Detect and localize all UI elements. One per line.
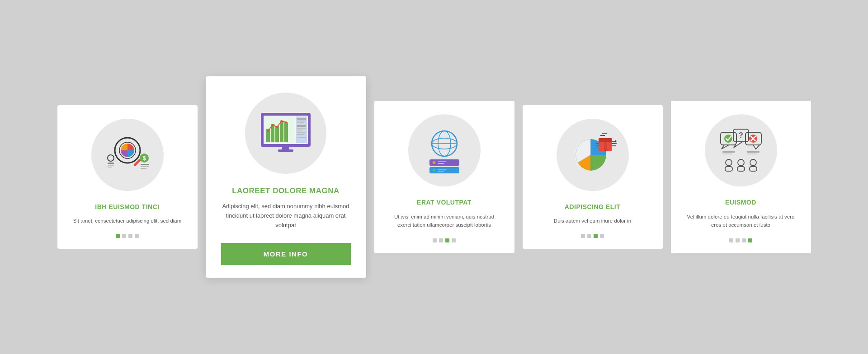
- dot-5-1: [729, 238, 733, 242]
- svg-point-3: [108, 155, 114, 161]
- svg-rect-19: [284, 122, 288, 142]
- dot-5-active: [748, 238, 752, 242]
- svg-point-21: [272, 124, 274, 126]
- card-3-desc: Ut wisi enim ad minim veniam, quis nostr…: [387, 213, 502, 229]
- icon-circle-3: [408, 114, 481, 186]
- svg-point-23: [281, 120, 283, 122]
- card-5-dots: [729, 238, 752, 242]
- svg-rect-6: [108, 167, 112, 168]
- svg-rect-73: [722, 151, 735, 153]
- svg-rect-5: [108, 165, 114, 166]
- dot-3-active: [445, 238, 449, 242]
- speech-bubbles-icon: ?: [716, 126, 766, 175]
- dot-4-1: [581, 234, 585, 238]
- cards-container: $ IBH EUISMOD TINCI Sit amet, consectetu…: [30, 58, 838, 295]
- svg-rect-78: [725, 167, 732, 171]
- card-1: $ IBH EUISMOD TINCI Sit amet, consectetu…: [57, 105, 198, 249]
- svg-rect-33: [297, 134, 305, 135]
- svg-rect-29: [297, 125, 306, 127]
- dot-3-1: [433, 238, 437, 242]
- svg-rect-35: [282, 147, 289, 149]
- svg-rect-18: [280, 121, 283, 142]
- card-1-title: IBH EUISMOD TINCI: [95, 203, 159, 212]
- card-4-title: ADIPISCING ELIT: [565, 203, 620, 212]
- svg-text:$: $: [142, 155, 146, 162]
- dot-1-2: [122, 234, 126, 238]
- icon-circle-4: [557, 119, 629, 191]
- card-2: LAOREET DOLORE MAGNA Adipiscing elit, se…: [206, 76, 366, 277]
- svg-text:?: ?: [739, 131, 743, 139]
- svg-rect-4: [108, 163, 114, 164]
- svg-rect-43: [438, 161, 447, 162]
- card-5-desc: Vel illum dolore eu feugiat nulla facili…: [684, 213, 798, 229]
- card-5: ?: [671, 101, 811, 253]
- svg-point-77: [726, 159, 732, 166]
- dot-3-4: [452, 238, 456, 242]
- svg-marker-66: [734, 142, 742, 147]
- svg-rect-44: [438, 163, 444, 164]
- svg-point-24: [285, 121, 287, 123]
- svg-rect-10: [141, 166, 149, 167]
- svg-point-81: [750, 159, 756, 166]
- icon-circle-5: ?: [705, 114, 777, 186]
- svg-rect-27: [297, 121, 306, 121]
- svg-marker-69: [753, 145, 760, 149]
- card-3-dots: [433, 238, 456, 242]
- svg-rect-82: [750, 167, 757, 171]
- svg-rect-11: [141, 168, 146, 169]
- svg-point-20: [267, 130, 269, 132]
- svg-rect-17: [275, 126, 279, 142]
- svg-rect-36: [278, 149, 293, 152]
- card-4-dots: [581, 234, 604, 238]
- pie-box-icon: [568, 130, 618, 180]
- card-3: ERAT VOLUTPAT Ut wisi enim ad minim veni…: [374, 101, 514, 253]
- svg-rect-26: [297, 118, 306, 120]
- card-4: ADIPISCING ELIT Duis autem vel eum iriur…: [523, 105, 663, 249]
- globe-server-icon: [420, 126, 469, 175]
- card-2-title: LAOREET DOLORE MAGNA: [232, 186, 340, 196]
- dot-1-3: [128, 234, 132, 238]
- svg-rect-32: [297, 132, 306, 133]
- svg-rect-31: [297, 130, 302, 130]
- dot-4-active: [594, 234, 598, 238]
- svg-rect-28: [297, 122, 304, 123]
- dot-3-2: [439, 238, 443, 242]
- card-1-dots: [116, 234, 139, 238]
- dot-1-4: [135, 234, 139, 238]
- card-1-desc: Sit amet, consectetuer adipiscing elit, …: [73, 217, 182, 225]
- more-info-button[interactable]: MORE INFO: [221, 243, 351, 265]
- svg-rect-74: [722, 154, 732, 154]
- dot-5-2: [736, 238, 740, 242]
- svg-point-79: [738, 159, 744, 166]
- svg-rect-75: [747, 151, 760, 153]
- svg-rect-80: [737, 167, 745, 171]
- icon-circle-2: [245, 93, 326, 174]
- svg-rect-9: [141, 164, 149, 165]
- svg-rect-30: [297, 128, 306, 129]
- monitor-chart-icon: [256, 106, 315, 160]
- svg-point-64: [724, 135, 732, 143]
- card-4-desc: Duis autem vel eum iriure dolor in: [554, 217, 631, 225]
- dot-4-4: [600, 234, 604, 238]
- card-2-desc: Adipiscing elit, sed diam nonummy nibh e…: [221, 202, 351, 230]
- svg-rect-2: [133, 158, 141, 167]
- svg-point-46: [433, 169, 435, 172]
- card-5-title: EUISMOD: [725, 198, 756, 207]
- search-finance-icon: $: [103, 130, 152, 180]
- svg-rect-48: [438, 171, 444, 172]
- svg-rect-47: [438, 169, 447, 170]
- svg-marker-63: [722, 145, 729, 149]
- icon-circle-1: $: [91, 119, 164, 191]
- card-3-title: ERAT VOLUTPAT: [417, 198, 472, 207]
- dot-1-active: [116, 234, 120, 238]
- dot-5-3: [742, 238, 746, 242]
- dot-4-2: [587, 234, 591, 238]
- svg-rect-52: [604, 138, 607, 151]
- svg-rect-34: [297, 137, 306, 138]
- svg-point-42: [433, 161, 435, 164]
- svg-rect-76: [747, 154, 757, 154]
- svg-point-22: [276, 126, 278, 128]
